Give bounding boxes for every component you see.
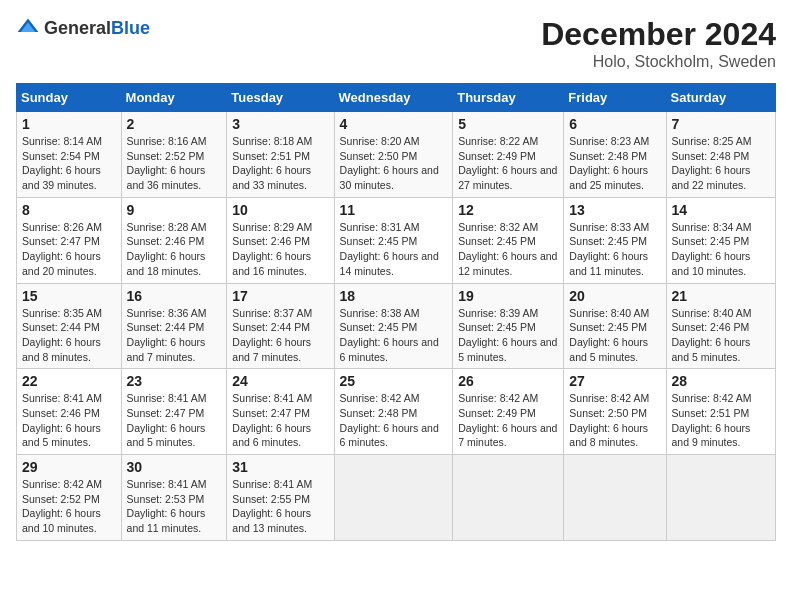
calendar-cell: 14Sunrise: 8:34 AM Sunset: 2:45 PM Dayli… [666, 197, 775, 283]
day-number: 21 [672, 288, 770, 304]
day-info: Sunrise: 8:38 AM Sunset: 2:45 PM Dayligh… [340, 306, 448, 365]
day-info: Sunrise: 8:41 AM Sunset: 2:55 PM Dayligh… [232, 477, 328, 536]
day-number: 10 [232, 202, 328, 218]
day-number: 4 [340, 116, 448, 132]
calendar-cell: 20Sunrise: 8:40 AM Sunset: 2:45 PM Dayli… [564, 283, 666, 369]
day-info: Sunrise: 8:28 AM Sunset: 2:46 PM Dayligh… [127, 220, 222, 279]
day-number: 1 [22, 116, 116, 132]
day-info: Sunrise: 8:42 AM Sunset: 2:50 PM Dayligh… [569, 391, 660, 450]
calendar-cell: 26Sunrise: 8:42 AM Sunset: 2:49 PM Dayli… [453, 369, 564, 455]
calendar-cell: 19Sunrise: 8:39 AM Sunset: 2:45 PM Dayli… [453, 283, 564, 369]
calendar-cell: 25Sunrise: 8:42 AM Sunset: 2:48 PM Dayli… [334, 369, 453, 455]
day-number: 9 [127, 202, 222, 218]
day-info: Sunrise: 8:23 AM Sunset: 2:48 PM Dayligh… [569, 134, 660, 193]
day-info: Sunrise: 8:36 AM Sunset: 2:44 PM Dayligh… [127, 306, 222, 365]
weekday-header-thursday: Thursday [453, 84, 564, 112]
day-number: 18 [340, 288, 448, 304]
day-number: 29 [22, 459, 116, 475]
day-info: Sunrise: 8:42 AM Sunset: 2:52 PM Dayligh… [22, 477, 116, 536]
day-info: Sunrise: 8:42 AM Sunset: 2:51 PM Dayligh… [672, 391, 770, 450]
weekday-header-wednesday: Wednesday [334, 84, 453, 112]
day-number: 25 [340, 373, 448, 389]
day-info: Sunrise: 8:34 AM Sunset: 2:45 PM Dayligh… [672, 220, 770, 279]
day-info: Sunrise: 8:14 AM Sunset: 2:54 PM Dayligh… [22, 134, 116, 193]
calendar-week-row: 22Sunrise: 8:41 AM Sunset: 2:46 PM Dayli… [17, 369, 776, 455]
day-info: Sunrise: 8:32 AM Sunset: 2:45 PM Dayligh… [458, 220, 558, 279]
calendar-week-row: 8Sunrise: 8:26 AM Sunset: 2:47 PM Daylig… [17, 197, 776, 283]
calendar-cell: 27Sunrise: 8:42 AM Sunset: 2:50 PM Dayli… [564, 369, 666, 455]
day-info: Sunrise: 8:41 AM Sunset: 2:47 PM Dayligh… [232, 391, 328, 450]
logo-general: General [44, 18, 111, 38]
day-number: 8 [22, 202, 116, 218]
day-info: Sunrise: 8:16 AM Sunset: 2:52 PM Dayligh… [127, 134, 222, 193]
calendar-cell [564, 455, 666, 541]
calendar-cell: 1Sunrise: 8:14 AM Sunset: 2:54 PM Daylig… [17, 112, 122, 198]
calendar-cell: 10Sunrise: 8:29 AM Sunset: 2:46 PM Dayli… [227, 197, 334, 283]
weekday-header-saturday: Saturday [666, 84, 775, 112]
calendar-week-row: 1Sunrise: 8:14 AM Sunset: 2:54 PM Daylig… [17, 112, 776, 198]
calendar-cell: 13Sunrise: 8:33 AM Sunset: 2:45 PM Dayli… [564, 197, 666, 283]
day-info: Sunrise: 8:33 AM Sunset: 2:45 PM Dayligh… [569, 220, 660, 279]
calendar-cell: 6Sunrise: 8:23 AM Sunset: 2:48 PM Daylig… [564, 112, 666, 198]
day-number: 5 [458, 116, 558, 132]
day-number: 26 [458, 373, 558, 389]
day-number: 17 [232, 288, 328, 304]
day-info: Sunrise: 8:40 AM Sunset: 2:46 PM Dayligh… [672, 306, 770, 365]
weekday-header-friday: Friday [564, 84, 666, 112]
day-info: Sunrise: 8:29 AM Sunset: 2:46 PM Dayligh… [232, 220, 328, 279]
day-number: 2 [127, 116, 222, 132]
calendar-cell [453, 455, 564, 541]
calendar-cell: 21Sunrise: 8:40 AM Sunset: 2:46 PM Dayli… [666, 283, 775, 369]
day-info: Sunrise: 8:42 AM Sunset: 2:48 PM Dayligh… [340, 391, 448, 450]
day-info: Sunrise: 8:22 AM Sunset: 2:49 PM Dayligh… [458, 134, 558, 193]
calendar-cell: 16Sunrise: 8:36 AM Sunset: 2:44 PM Dayli… [121, 283, 227, 369]
day-number: 13 [569, 202, 660, 218]
day-number: 24 [232, 373, 328, 389]
day-number: 30 [127, 459, 222, 475]
calendar-cell: 29Sunrise: 8:42 AM Sunset: 2:52 PM Dayli… [17, 455, 122, 541]
calendar-week-row: 15Sunrise: 8:35 AM Sunset: 2:44 PM Dayli… [17, 283, 776, 369]
calendar-cell: 4Sunrise: 8:20 AM Sunset: 2:50 PM Daylig… [334, 112, 453, 198]
day-number: 22 [22, 373, 116, 389]
day-number: 7 [672, 116, 770, 132]
calendar-cell: 15Sunrise: 8:35 AM Sunset: 2:44 PM Dayli… [17, 283, 122, 369]
day-number: 16 [127, 288, 222, 304]
day-number: 23 [127, 373, 222, 389]
weekday-header-sunday: Sunday [17, 84, 122, 112]
day-number: 28 [672, 373, 770, 389]
weekday-header-tuesday: Tuesday [227, 84, 334, 112]
logo-text: GeneralBlue [44, 18, 150, 39]
calendar-cell [666, 455, 775, 541]
calendar-cell [334, 455, 453, 541]
day-info: Sunrise: 8:25 AM Sunset: 2:48 PM Dayligh… [672, 134, 770, 193]
day-info: Sunrise: 8:40 AM Sunset: 2:45 PM Dayligh… [569, 306, 660, 365]
day-info: Sunrise: 8:35 AM Sunset: 2:44 PM Dayligh… [22, 306, 116, 365]
day-info: Sunrise: 8:18 AM Sunset: 2:51 PM Dayligh… [232, 134, 328, 193]
calendar-cell: 17Sunrise: 8:37 AM Sunset: 2:44 PM Dayli… [227, 283, 334, 369]
day-info: Sunrise: 8:41 AM Sunset: 2:46 PM Dayligh… [22, 391, 116, 450]
calendar-cell: 22Sunrise: 8:41 AM Sunset: 2:46 PM Dayli… [17, 369, 122, 455]
calendar-cell: 8Sunrise: 8:26 AM Sunset: 2:47 PM Daylig… [17, 197, 122, 283]
header: GeneralBlue December 2024 Holo, Stockhol… [16, 16, 776, 71]
month-title: December 2024 [541, 16, 776, 53]
day-info: Sunrise: 8:26 AM Sunset: 2:47 PM Dayligh… [22, 220, 116, 279]
calendar-cell: 5Sunrise: 8:22 AM Sunset: 2:49 PM Daylig… [453, 112, 564, 198]
day-info: Sunrise: 8:37 AM Sunset: 2:44 PM Dayligh… [232, 306, 328, 365]
day-number: 12 [458, 202, 558, 218]
calendar-cell: 2Sunrise: 8:16 AM Sunset: 2:52 PM Daylig… [121, 112, 227, 198]
logo-icon [16, 16, 40, 40]
calendar-cell: 18Sunrise: 8:38 AM Sunset: 2:45 PM Dayli… [334, 283, 453, 369]
calendar-cell: 7Sunrise: 8:25 AM Sunset: 2:48 PM Daylig… [666, 112, 775, 198]
calendar-week-row: 29Sunrise: 8:42 AM Sunset: 2:52 PM Dayli… [17, 455, 776, 541]
day-info: Sunrise: 8:41 AM Sunset: 2:47 PM Dayligh… [127, 391, 222, 450]
day-number: 14 [672, 202, 770, 218]
day-info: Sunrise: 8:20 AM Sunset: 2:50 PM Dayligh… [340, 134, 448, 193]
calendar-cell: 9Sunrise: 8:28 AM Sunset: 2:46 PM Daylig… [121, 197, 227, 283]
day-number: 15 [22, 288, 116, 304]
calendar-cell: 12Sunrise: 8:32 AM Sunset: 2:45 PM Dayli… [453, 197, 564, 283]
day-info: Sunrise: 8:31 AM Sunset: 2:45 PM Dayligh… [340, 220, 448, 279]
calendar-cell: 28Sunrise: 8:42 AM Sunset: 2:51 PM Dayli… [666, 369, 775, 455]
day-number: 20 [569, 288, 660, 304]
day-number: 19 [458, 288, 558, 304]
logo-blue: Blue [111, 18, 150, 38]
